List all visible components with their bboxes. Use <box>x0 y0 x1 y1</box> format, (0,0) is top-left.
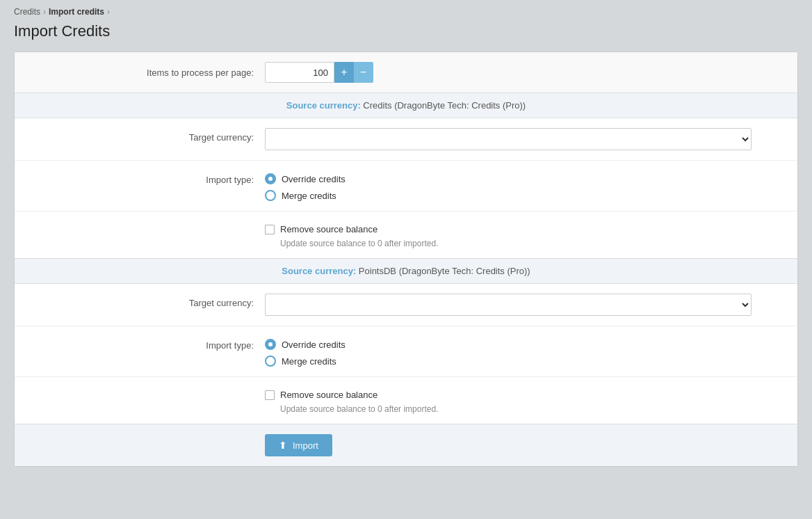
form-section-2: Target currency: Import type: Override c… <box>15 284 797 424</box>
radio-merge-circle-1[interactable] <box>265 190 276 201</box>
remove-balance-control-2: Remove source balance Update source bala… <box>265 387 783 414</box>
breadcrumb-sep1: › <box>43 7 46 17</box>
items-per-page-input[interactable]: 100 <box>265 62 334 83</box>
form-section-1: Target currency: Import type: Override c… <box>15 118 797 259</box>
remove-balance-row-1: Remove source balance Update source bala… <box>15 211 797 258</box>
radio-merge-2[interactable]: Merge credits <box>265 356 783 367</box>
import-button[interactable]: ⬆ Import <box>265 434 332 456</box>
main-card: Items to process per page: 100 + − Sourc… <box>14 51 798 467</box>
radio-override-circle-1[interactable] <box>265 173 276 184</box>
import-type-row-1: Import type: Override credits Merge cred… <box>15 161 797 211</box>
breadcrumb-current: Import credits <box>49 7 104 17</box>
footer-row: ⬆ Import <box>15 424 797 466</box>
checkbox-label-2: Remove source balance <box>280 390 377 400</box>
source-label-1: Source currency: <box>286 100 361 111</box>
radio-override-label-1: Override credits <box>282 174 346 184</box>
remove-balance-row-2: Remove source balance Update source bala… <box>15 377 797 424</box>
checkbox-remove-balance-2[interactable]: Remove source balance <box>265 390 783 400</box>
items-per-page-row: Items to process per page: 100 + − <box>15 52 797 93</box>
remove-balance-row-label-1 <box>29 221 265 225</box>
target-currency-select-2[interactable] <box>265 294 752 316</box>
source-header-2: Source currency: PointsDB (DragonByte Te… <box>15 259 797 284</box>
target-currency-control-2 <box>265 294 783 316</box>
checkbox-hint-1: Update source balance to 0 after importe… <box>280 239 783 248</box>
source-label-2: Source currency: <box>282 266 356 276</box>
radio-merge-1[interactable]: Merge credits <box>265 190 783 201</box>
footer-row-inner: ⬆ Import <box>265 434 332 456</box>
stepper-minus-button[interactable]: − <box>354 62 373 83</box>
checkbox-box-2[interactable] <box>265 390 275 400</box>
source-value-1: Credits (DragonByte Tech: Credits (Pro)) <box>363 100 526 111</box>
import-type-control-2: Override credits Merge credits <box>265 336 783 367</box>
radio-merge-label-2: Merge credits <box>282 356 336 367</box>
import-icon: ⬆ <box>279 440 287 451</box>
breadcrumb: Credits › Import credits › <box>14 7 798 17</box>
items-per-page-label: Items to process per page: <box>29 67 265 78</box>
checkbox-remove-balance-1[interactable]: Remove source balance <box>265 224 783 234</box>
import-type-control-1: Override credits Merge credits <box>265 170 783 201</box>
target-currency-row-2: Target currency: <box>15 284 797 326</box>
checkbox-group-1: Remove source balance Update source bala… <box>265 221 783 248</box>
radio-override-1[interactable]: Override credits <box>265 173 783 184</box>
checkbox-group-2: Remove source balance Update source bala… <box>265 387 783 414</box>
stepper-group: 100 + − <box>265 62 373 83</box>
page-wrapper: Credits › Import credits › Import Credit… <box>0 0 812 481</box>
checkbox-label-1: Remove source balance <box>280 224 377 234</box>
radio-merge-label-1: Merge credits <box>282 191 336 201</box>
target-currency-label-1: Target currency: <box>29 128 265 143</box>
breadcrumb-sep2: › <box>107 7 110 17</box>
import-type-label-2: Import type: <box>29 336 265 351</box>
checkbox-box-1[interactable] <box>265 225 275 234</box>
source-header-1: Source currency: Credits (DragonByte Tec… <box>15 93 797 118</box>
remove-balance-row-label-2 <box>29 387 265 391</box>
radio-override-label-2: Override credits <box>282 340 346 350</box>
stepper-plus-button[interactable]: + <box>334 62 354 83</box>
checkbox-hint-2: Update source balance to 0 after importe… <box>280 404 783 414</box>
target-currency-select-1[interactable] <box>265 128 752 150</box>
radio-override-circle-2[interactable] <box>265 339 276 350</box>
page-title: Import Credits <box>14 22 798 40</box>
radio-group-2: Override credits Merge credits <box>265 336 783 367</box>
radio-override-2[interactable]: Override credits <box>265 339 783 350</box>
import-type-label-1: Import type: <box>29 170 265 185</box>
import-button-label: Import <box>293 440 318 451</box>
remove-balance-control-1: Remove source balance Update source bala… <box>265 221 783 248</box>
target-currency-row-1: Target currency: <box>15 118 797 161</box>
target-currency-label-2: Target currency: <box>29 294 265 308</box>
breadcrumb-credits-link[interactable]: Credits <box>14 7 40 17</box>
import-type-row-2: Import type: Override credits Merge cred… <box>15 326 797 377</box>
source-value-2: PointsDB (DragonByte Tech: Credits (Pro)… <box>359 266 530 276</box>
target-currency-control-1 <box>265 128 783 150</box>
radio-group-1: Override credits Merge credits <box>265 170 783 201</box>
radio-merge-circle-2[interactable] <box>265 356 276 367</box>
